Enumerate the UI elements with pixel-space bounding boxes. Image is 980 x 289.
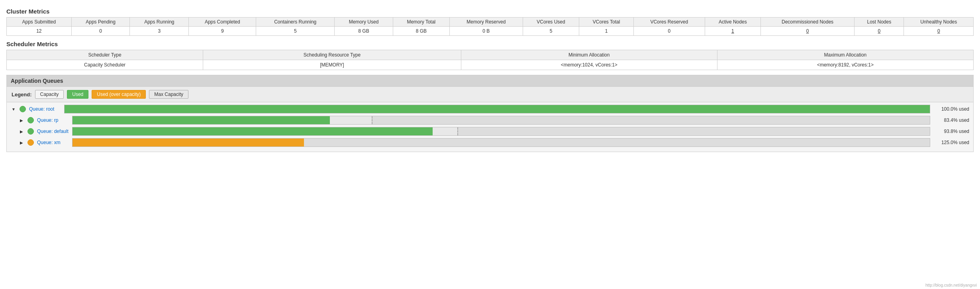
cluster-col-header-13: Lost Nodes bbox=[855, 18, 904, 27]
scheduler-col-header-2: Minimum Allocation bbox=[461, 50, 717, 60]
cluster-col-value-0: 12 bbox=[7, 27, 72, 36]
cluster-col-value-8: 5 bbox=[523, 27, 579, 36]
queue-used-bar-rp bbox=[73, 116, 330, 124]
queue-toggle-default[interactable]: ▶ bbox=[19, 129, 24, 134]
cluster-col-value-13: 0 bbox=[855, 27, 904, 36]
cluster-col-header-14: Unhealthy Nodes bbox=[904, 18, 974, 27]
queue-bar-xm bbox=[72, 138, 930, 147]
cluster-col-link-11[interactable]: 1 bbox=[731, 28, 734, 34]
legend-capacity: Capacity bbox=[35, 90, 64, 99]
queue-percent-rp: 83.4% used bbox=[933, 117, 969, 123]
cluster-col-value-7: 0 B bbox=[449, 27, 523, 36]
queue-row-default: ▶Queue: default93.8% used bbox=[19, 127, 969, 136]
legend-row: Legend: Capacity Used Used (over capacit… bbox=[7, 87, 973, 102]
queue-row-root: ▼Queue: root100.0% used bbox=[11, 105, 969, 113]
app-queues-section: Application Queues Legend: Capacity Used… bbox=[6, 75, 974, 152]
cluster-col-value-6: 8 GB bbox=[393, 27, 449, 36]
cluster-col-header-8: VCores Used bbox=[523, 18, 579, 27]
cluster-col-header-4: Containers Running bbox=[256, 18, 335, 27]
queue-percent-xm: 125.0% used bbox=[933, 140, 969, 145]
scheduler-value-row: Capacity Scheduler[MEMORY]<memory:1024, … bbox=[7, 60, 974, 70]
scheduler-col-value-2: <memory:1024, vCores:1> bbox=[461, 60, 717, 70]
cluster-col-value-10: 0 bbox=[633, 27, 705, 36]
scheduler-col-value-3: <memory:8192, vCores:1> bbox=[717, 60, 973, 70]
cluster-col-value-2: 3 bbox=[130, 27, 189, 36]
cluster-col-header-11: Active Nodes bbox=[705, 18, 760, 27]
queue-bar-root bbox=[64, 105, 930, 113]
cluster-col-header-1: Apps Pending bbox=[71, 18, 130, 27]
queue-used-bar-root bbox=[65, 105, 930, 113]
queue-name-xm[interactable]: Queue: xm bbox=[37, 140, 69, 145]
cluster-col-value-11: 1 bbox=[705, 27, 760, 36]
cluster-metrics-table: Apps SubmittedApps PendingApps RunningAp… bbox=[6, 17, 974, 36]
cluster-col-header-7: Memory Reserved bbox=[449, 18, 523, 27]
scheduler-metrics-table: Scheduler TypeScheduling Resource TypeMi… bbox=[6, 50, 974, 70]
cluster-col-value-5: 8 GB bbox=[335, 27, 393, 36]
cluster-header-row: Apps SubmittedApps PendingApps RunningAp… bbox=[7, 18, 974, 27]
cluster-col-value-3: 9 bbox=[189, 27, 256, 36]
cluster-col-link-13[interactable]: 0 bbox=[878, 28, 880, 34]
cluster-col-header-5: Memory Used bbox=[335, 18, 393, 27]
scheduler-col-value-1: [MEMORY] bbox=[203, 60, 461, 70]
scheduler-col-header-3: Maximum Allocation bbox=[717, 50, 973, 60]
cluster-metrics-title: Cluster Metrics bbox=[6, 8, 974, 15]
queue-icon-rp bbox=[27, 117, 34, 123]
queue-bar-rp bbox=[72, 116, 930, 125]
cluster-col-link-14[interactable]: 0 bbox=[937, 28, 940, 34]
queue-bar-default bbox=[72, 127, 930, 136]
queue-percent-root: 100.0% used bbox=[933, 106, 969, 112]
scheduler-metrics-title: Scheduler Metrics bbox=[6, 41, 974, 47]
cluster-col-value-12: 0 bbox=[760, 27, 854, 36]
cluster-value-row: 1203958 GB8 GB0 B5101000 bbox=[7, 27, 974, 36]
queue-percent-default: 93.8% used bbox=[933, 129, 969, 134]
scheduler-col-header-1: Scheduling Resource Type bbox=[203, 50, 461, 60]
cluster-col-value-1: 0 bbox=[71, 27, 130, 36]
legend-over-capacity: Used (over capacity) bbox=[92, 90, 146, 99]
cluster-col-value-14: 0 bbox=[904, 27, 974, 36]
queue-icon-xm bbox=[27, 139, 34, 146]
legend-label: Legend: bbox=[12, 92, 32, 98]
cluster-col-header-10: VCores Reserved bbox=[633, 18, 705, 27]
cluster-col-link-12[interactable]: 0 bbox=[806, 28, 809, 34]
scheduler-col-value-0: Capacity Scheduler bbox=[7, 60, 203, 70]
scheduler-col-header-0: Scheduler Type bbox=[7, 50, 203, 60]
queues-body: ▼Queue: root100.0% used▶Queue: rp83.4% u… bbox=[7, 102, 973, 152]
cluster-col-header-3: Apps Completed bbox=[189, 18, 256, 27]
cluster-col-value-9: 1 bbox=[579, 27, 634, 36]
queue-row-rp: ▶Queue: rp83.4% used bbox=[19, 116, 969, 125]
queue-icon-default bbox=[27, 128, 34, 135]
cluster-col-header-6: Memory Total bbox=[393, 18, 449, 27]
app-queues-header: Application Queues bbox=[7, 75, 973, 87]
app-queues-title: Application Queues bbox=[11, 78, 63, 84]
queue-row-xm: ▶Queue: xm125.0% used bbox=[19, 138, 969, 147]
queue-name-root[interactable]: Queue: root bbox=[29, 106, 61, 112]
queue-name-default[interactable]: Queue: default bbox=[37, 129, 69, 134]
scheduler-header-row: Scheduler TypeScheduling Resource TypeMi… bbox=[7, 50, 974, 60]
cluster-col-header-12: Decommissioned Nodes bbox=[760, 18, 854, 27]
queue-icon-root bbox=[20, 106, 26, 112]
queue-toggle-root[interactable]: ▼ bbox=[11, 106, 16, 112]
cluster-col-value-4: 5 bbox=[256, 27, 335, 36]
queue-toggle-xm[interactable]: ▶ bbox=[19, 140, 24, 145]
queue-used-bar-xm bbox=[73, 139, 304, 146]
legend-used: Used bbox=[67, 90, 88, 99]
queue-used-bar-default bbox=[73, 127, 433, 135]
cluster-col-header-0: Apps Submitted bbox=[7, 18, 72, 27]
cluster-col-header-9: VCores Total bbox=[579, 18, 634, 27]
queue-name-rp[interactable]: Queue: rp bbox=[37, 117, 69, 123]
cluster-col-header-2: Apps Running bbox=[130, 18, 189, 27]
queue-toggle-rp[interactable]: ▶ bbox=[19, 117, 24, 123]
legend-max-capacity: Max Capacity bbox=[149, 90, 188, 99]
